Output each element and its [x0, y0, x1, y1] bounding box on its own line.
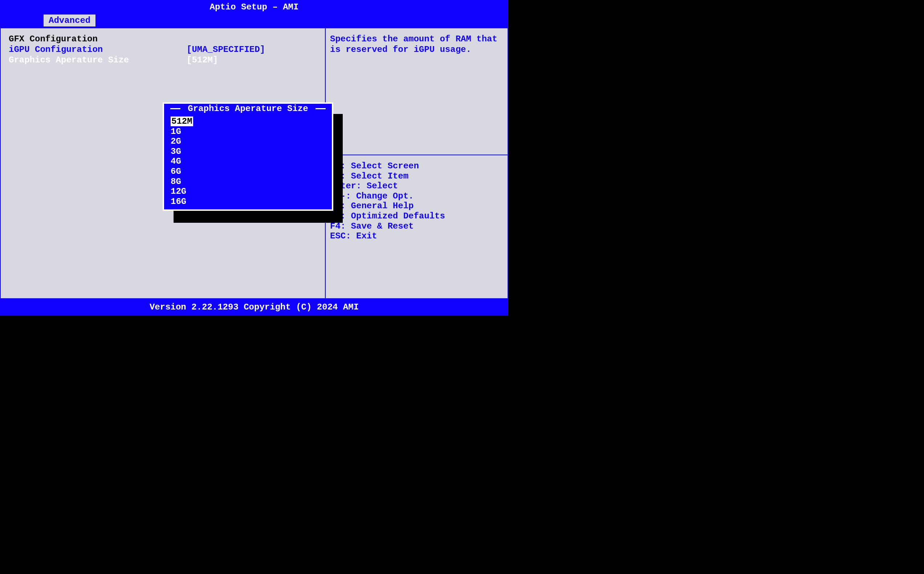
key-select-item: ↑↓: Select Item	[330, 171, 503, 181]
key-save-reset: F4: Save & Reset	[330, 221, 503, 232]
help-panel: Specifies the amount of RAM that is rese…	[326, 28, 507, 298]
setting-row-igpu[interactable]: iGPU Configuration [UMA_SPECIFIED]	[9, 45, 317, 55]
section-title: GFX Configuration	[9, 34, 186, 45]
setting-value-igpu: [UMA_SPECIFIED]	[186, 45, 265, 55]
key-general-help: F1: General Help	[330, 201, 503, 211]
popup-option-4g[interactable]: 4G	[168, 156, 328, 167]
key-select-screen: →←: Select Screen	[330, 161, 503, 171]
popup-option-12g[interactable]: 12G	[168, 186, 328, 197]
popup-option-2g[interactable]: 2G	[168, 136, 328, 147]
key-change-opt: +/-: Change Opt.	[330, 191, 503, 201]
key-legend: →←: Select Screen ↑↓: Select Item Enter:…	[326, 155, 507, 298]
bios-header: Aptio Setup – AMI	[0, 0, 508, 14]
key-exit: ESC: Exit	[330, 231, 503, 241]
key-optimized-defaults: F3: Optimized Defaults	[330, 211, 503, 221]
popup-option-8g[interactable]: 8G	[168, 177, 328, 187]
setting-value-aperture: [512M]	[186, 55, 218, 66]
setting-label-igpu: iGPU Configuration	[9, 45, 186, 55]
aperture-size-popup: Graphics Aperature Size 512M1G2G3G4G6G8G…	[163, 102, 333, 211]
tab-advanced[interactable]: Advanced	[44, 14, 95, 27]
setting-label-aperture: Graphics Aperature Size	[9, 55, 186, 66]
tab-advanced-label: Advanced	[49, 16, 90, 25]
popup-option-16g[interactable]: 16G	[168, 197, 328, 207]
popup-option-6g[interactable]: 6G	[168, 167, 328, 177]
popup-option-512m[interactable]: 512M	[168, 117, 328, 127]
bios-title: Aptio Setup – AMI	[210, 2, 299, 12]
popup-option-1g[interactable]: 1G	[168, 127, 328, 137]
popup-option-list: 512M1G2G3G4G6G8G12G16G	[168, 114, 328, 207]
help-text: Specifies the amount of RAM that is rese…	[326, 28, 507, 155]
setting-row-aperture[interactable]: Graphics Aperature Size [512M]	[9, 55, 317, 66]
key-enter-select: Enter: Select	[330, 181, 503, 191]
tab-bar: Advanced	[0, 14, 508, 28]
bios-footer: Version 2.22.1293 Copyright (C) 2024 AMI	[0, 299, 508, 316]
popup-title: Graphics Aperature Size	[168, 104, 328, 114]
popup-option-3g[interactable]: 3G	[168, 147, 328, 157]
version-text: Version 2.22.1293 Copyright (C) 2024 AMI	[150, 302, 359, 312]
